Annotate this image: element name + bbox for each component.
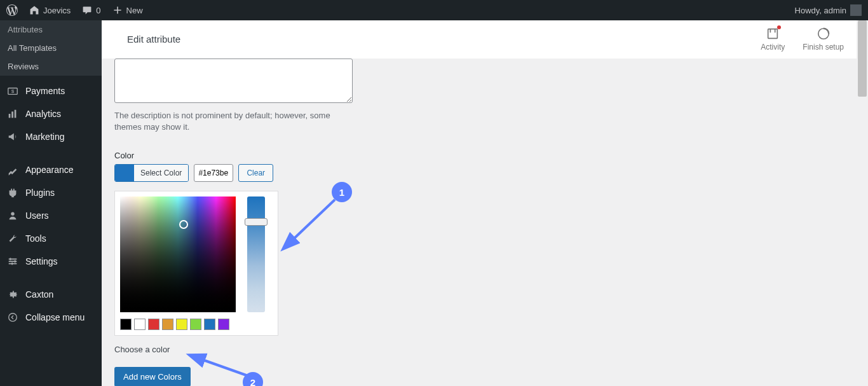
hex-color-input[interactable] [194, 164, 233, 182]
howdy-link[interactable]: Howdy, admin [795, 4, 862, 16]
sidebar-item-payments[interactable]: $ Payments [0, 79, 102, 102]
appearance-icon [6, 163, 19, 176]
settings-label: Settings [25, 256, 58, 266]
howdy-text: Howdy, admin [795, 6, 846, 15]
admin-sidebar: Attributes All Templates Reviews $ Payme… [0, 20, 102, 386]
svg-point-12 [9, 314, 17, 322]
activity-label: Activity [761, 43, 785, 52]
gear-icon [6, 288, 19, 301]
palette-orange[interactable] [162, 319, 173, 330]
main-content: Edit attribute Activity Finish setup The… [102, 20, 857, 386]
analytics-icon [6, 107, 19, 120]
select-color-button[interactable]: Select Color [114, 164, 189, 182]
plugins-icon [6, 186, 19, 199]
select-color-label: Select Color [134, 165, 188, 181]
sidebar-item-appearance[interactable]: Appearance [0, 158, 102, 181]
annotation-arrow-1 [276, 192, 346, 262]
caxton-label: Caxton [25, 289, 53, 300]
description-textarea[interactable] [114, 59, 353, 103]
palette-purple[interactable] [218, 319, 229, 330]
collapse-label: Collapse menu [25, 312, 85, 322]
sidebar-item-caxton[interactable]: Caxton [0, 283, 102, 306]
comments-count: 0 [96, 6, 100, 15]
notification-dot [777, 25, 781, 29]
progress-icon [817, 27, 831, 41]
finish-setup-button[interactable]: Finish setup [803, 27, 844, 52]
palette-presets [120, 319, 273, 330]
annotation-marker-1: 1 [332, 182, 352, 202]
svg-rect-3 [11, 111, 13, 118]
users-label: Users [25, 210, 49, 221]
svg-rect-10 [15, 260, 16, 263]
hue-handle[interactable] [245, 218, 268, 226]
analytics-label: Analytics [25, 109, 61, 119]
palette-green[interactable] [190, 319, 201, 330]
scrollbar-track[interactable] [857, 20, 868, 386]
add-new-colors-button[interactable]: Add new Colors [114, 367, 191, 386]
users-icon [6, 209, 19, 222]
saturation-handle[interactable] [179, 220, 188, 229]
marketing-icon [6, 130, 19, 143]
hue-slider[interactable] [247, 196, 265, 312]
page-header: Edit attribute Activity Finish setup [102, 20, 857, 59]
settings-icon [6, 255, 19, 268]
clear-color-button[interactable]: Clear [238, 164, 273, 182]
svg-rect-9 [10, 258, 11, 261]
svg-rect-2 [9, 114, 11, 118]
appearance-label: Appearance [25, 165, 74, 175]
wp-logo[interactable] [6, 4, 18, 16]
palette-red[interactable] [148, 319, 159, 330]
svg-rect-4 [15, 110, 17, 118]
activity-button[interactable]: Activity [761, 27, 785, 52]
description-help: The description is not prominent by defa… [114, 110, 353, 133]
wordpress-icon [6, 4, 18, 16]
sidebar-item-settings[interactable]: Settings [0, 250, 102, 273]
sidebar-item-reviews[interactable]: Reviews [0, 57, 102, 76]
svg-line-15 [284, 200, 335, 248]
sidebar-item-analytics[interactable]: Analytics [0, 102, 102, 125]
finish-setup-label: Finish setup [803, 43, 844, 52]
color-preview-swatch [115, 165, 134, 181]
saturation-picker[interactable] [120, 196, 236, 312]
svg-line-16 [191, 355, 250, 376]
marketing-label: Marketing [25, 132, 64, 142]
payments-label: Payments [25, 86, 65, 96]
plugins-label: Plugins [25, 188, 55, 198]
avatar [850, 4, 862, 16]
palette-black[interactable] [120, 319, 132, 330]
form-content: The description is not prominent by defa… [102, 59, 857, 386]
sidebar-item-marketing[interactable]: Marketing [0, 125, 102, 148]
scrollbar-thumb[interactable] [858, 20, 867, 97]
inbox-icon [766, 27, 780, 41]
sidebar-item-users[interactable]: Users [0, 204, 102, 227]
sidebar-item-tools[interactable]: Tools [0, 227, 102, 250]
svg-rect-13 [768, 29, 778, 39]
collapse-icon [6, 311, 19, 324]
home-icon [29, 5, 39, 15]
palette-yellow[interactable] [176, 319, 187, 330]
sidebar-item-attributes[interactable]: Attributes [0, 20, 102, 39]
new-content-link[interactable]: New [112, 5, 143, 15]
comments-link[interactable]: 0 [82, 5, 100, 15]
palette-white[interactable] [134, 319, 146, 330]
site-name: Joevics [43, 6, 71, 15]
tools-label: Tools [25, 233, 46, 244]
site-name-link[interactable]: Joevics [29, 5, 71, 15]
palette-blue[interactable] [204, 319, 215, 330]
svg-text:$: $ [11, 88, 15, 94]
payments-icon: $ [6, 85, 19, 97]
admin-bar: Joevics 0 New Howdy, admin [0, 0, 868, 20]
color-field-label: Color [114, 151, 844, 160]
sidebar-item-collapse[interactable]: Collapse menu [0, 306, 102, 329]
svg-point-5 [11, 212, 14, 216]
sidebar-item-all-templates[interactable]: All Templates [0, 39, 102, 57]
color-picker-panel [114, 191, 278, 336]
plus-icon [112, 5, 123, 15]
page-title: Edit attribute [114, 34, 761, 45]
svg-rect-11 [11, 263, 13, 265]
comment-icon [82, 5, 92, 15]
new-label: New [126, 6, 143, 15]
sidebar-item-plugins[interactable]: Plugins [0, 181, 102, 204]
tools-icon [6, 232, 19, 245]
